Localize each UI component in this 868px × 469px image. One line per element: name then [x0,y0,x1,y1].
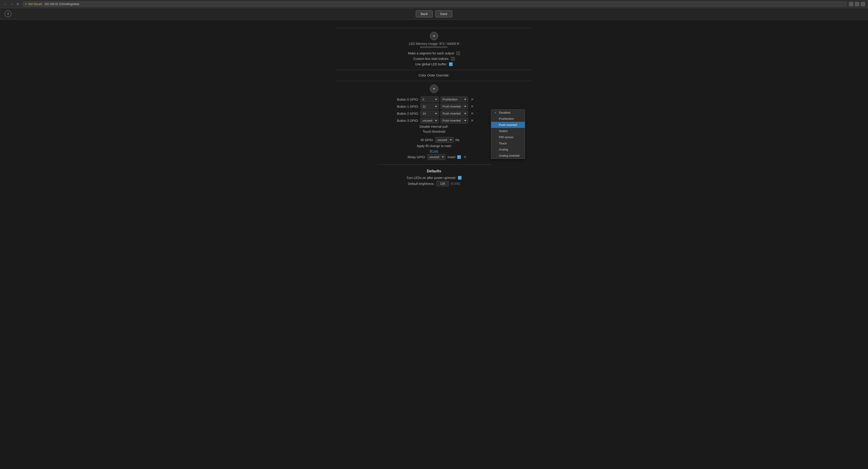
touch-threshold-label: Touch threshold [423,130,445,133]
turn-leds-checkbox[interactable] [458,176,462,180]
turn-leds-row: Turn LEDs on after power up/reset: [336,176,532,180]
nav-icons: ← → ↻ [3,2,21,7]
add-led-button-top[interactable]: + [430,32,438,40]
make-segment-row: Make a segment for each output: [336,52,532,55]
push-inverted-label: Push inverted [499,123,517,127]
button0-gpio-row: Button 0 GPIO: 0 Pushbutton ✕ [336,97,532,102]
button2-gpio-select[interactable]: 14 [421,111,439,116]
button0-label: Button 0 GPIO: [394,98,419,101]
make-segment-checkbox[interactable] [456,52,460,55]
disabled-label: Disabled [499,111,510,114]
button1-gpio-row: Button 1 GPIO: 12 Push inverted ✕ ✓ Disa… [336,103,532,109]
button3-gpio-select[interactable]: unused [421,118,439,123]
button-type-dropdown: ✓ Disabled Pushbutton Push inverted Swit… [491,109,525,159]
button0-remove-button[interactable]: ✕ [470,97,474,102]
dropdown-pushbutton[interactable]: Pushbutton [491,116,525,122]
relay-invert-label: Invert [447,155,456,159]
button3-type-select[interactable]: Push inverted [441,118,468,123]
address-bar[interactable]: ⚠ Not Secure 192.168.32.215/settings/led… [23,2,846,7]
relay-gpio-select[interactable]: unused [427,154,445,160]
led-memory-progress [420,46,448,48]
relay-remove-button[interactable]: ✕ [463,154,467,160]
button2-remove-button[interactable]: ✕ [470,111,474,116]
turn-leds-label: Turn LEDs on after power up/reset: [406,176,456,180]
custom-bus-checkbox[interactable] [451,57,455,61]
brightness-label: Default brightness: [408,182,434,186]
dropdown-analog-inverted[interactable]: Analog inverted [491,153,525,159]
relay-invert-checkbox[interactable] [457,155,461,159]
apply-ir-label: Apply IR change to main [417,144,452,148]
brightness-range: (0-255) [451,182,460,185]
save-button[interactable]: Save [435,10,452,17]
button0-gpio-select[interactable]: 0 [421,97,439,102]
page-header: ? Back Save [0,8,868,20]
button3-label: Button 3 GPIO: [394,119,419,123]
global-buffer-label: Use global LED buffer: [415,62,447,66]
back-nav-button[interactable]: ← [3,2,8,7]
ir-label: IR GPIO: [408,138,434,142]
main-content: + LED Memory Usage: 972 / 64000 B Make a… [332,20,536,192]
global-buffer-row: Use global LED buffer: [336,62,532,66]
toolbar-icons [849,2,865,6]
lock-icon: ⚠ [25,2,27,5]
button1-label: Button 1 GPIO: [394,105,419,108]
button1-gpio-select[interactable]: 12 [421,103,439,109]
dropdown-disabled[interactable]: ✓ Disabled [491,110,525,116]
ir-re-label: Re [456,138,460,142]
led-memory-label: LED Memory Usage: 972 / 64000 B [336,42,532,45]
button2-type-select[interactable]: Push inverted [441,111,468,116]
brightness-row: Default brightness: (0-255) [336,181,532,186]
touch-label: Touch [499,142,507,145]
switch-label: Switch [499,129,507,133]
gpio-section: Button 0 GPIO: 0 Pushbutton ✕ Button 1 G… [336,97,532,133]
analog-inverted-label: Analog inverted [499,154,519,157]
browser-chrome: ← → ↻ ⚠ Not Secure 192.168.32.215/settin… [0,0,868,8]
brightness-input[interactable] [436,181,449,186]
button1-remove-button[interactable]: ✕ [470,104,474,109]
back-button[interactable]: Back [416,10,432,17]
toolbar-icon-3 [861,2,865,6]
custom-bus-row: Custom bus start indices: [336,57,532,61]
global-buffer-checkbox[interactable] [449,62,453,66]
dropdown-pir-sensor[interactable]: PIR sensor [491,134,525,140]
relay-label: Relay GPIO: [401,155,426,159]
settings-section: Make a segment for each output: Custom b… [336,52,532,66]
top-divider [336,28,532,28]
defaults-title: Defaults [336,169,532,173]
dropdown-push-inverted[interactable]: Push inverted [491,122,525,128]
pushbutton-label: Pushbutton [499,117,514,120]
ir-info-link[interactable]: IR info [430,149,438,153]
help-button[interactable]: ? [5,10,11,17]
ir-gpio-select[interactable]: unused [435,137,454,143]
not-secure-label: Not Secure [28,2,42,6]
custom-bus-label: Custom bus start indices: [413,57,449,61]
color-divider [336,81,532,81]
dropdown-switch[interactable]: Switch [491,128,525,134]
button2-label: Button 2 GPIO: [394,112,419,116]
progress-fill [420,46,421,48]
color-override-label: Color Order Override: [336,73,532,77]
button3-remove-button[interactable]: ✕ [470,118,474,123]
add-led-button-bottom[interactable]: + [430,85,438,93]
dropdown-touch[interactable]: Touch [491,140,525,146]
disabled-check: ✓ [494,111,498,114]
pir-label: PIR sensor [499,135,514,139]
dropdown-analog[interactable]: Analog [491,146,525,153]
reload-button[interactable]: ↻ [16,2,21,7]
section-divider [377,164,491,165]
disable-pull-label: Disable internal pull- [420,125,448,128]
toolbar-icon-1 [849,2,854,6]
analog-label: Analog [499,148,508,151]
make-segment-label: Make a segment for each output: [408,52,455,55]
url-text: 192.168.32.215/settings/leds [44,2,79,6]
button0-type-select[interactable]: Pushbutton [441,97,468,102]
forward-nav-button[interactable]: → [9,2,14,7]
toolbar-icon-2 [855,2,859,6]
button1-type-select[interactable]: Push inverted [441,103,468,109]
